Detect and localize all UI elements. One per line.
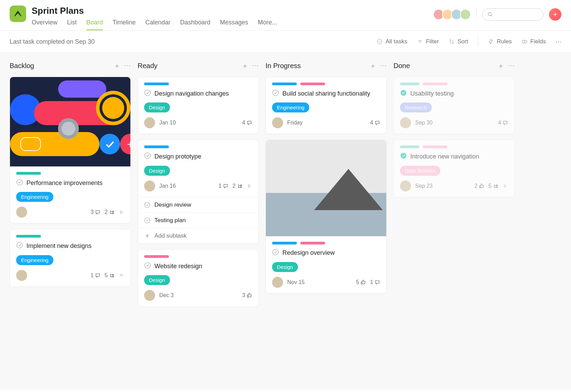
divider — [478, 37, 478, 46]
column-backlog: Backlog＋⋯+Performance improvementsEngine… — [10, 61, 131, 382]
task-title: Build social sharing functionality — [282, 89, 370, 98]
column-menu[interactable]: ⋯ — [508, 61, 515, 70]
svg-point-4 — [377, 39, 382, 44]
tag-design[interactable]: Design — [144, 275, 170, 285]
filter-button[interactable]: Filter — [417, 38, 439, 45]
subtask-row[interactable]: Testing plan — [138, 213, 258, 228]
tag-design[interactable]: Design — [272, 262, 298, 272]
task-card[interactable]: Usability testingResearchSep 304 — [394, 77, 515, 134]
complete-checkbox[interactable] — [272, 249, 279, 255]
column-menu[interactable]: ⋯ — [252, 61, 259, 70]
status-pill — [423, 145, 448, 148]
complete-checkbox[interactable] — [144, 89, 151, 96]
svg-point-13 — [17, 242, 23, 248]
tab-more[interactable]: More... — [258, 17, 277, 30]
stat-comment[interactable]: 1 — [90, 272, 100, 279]
stat-caret[interactable] — [119, 273, 124, 278]
tab-overview[interactable]: Overview — [32, 17, 57, 30]
subtask-row[interactable]: Design review — [138, 197, 258, 213]
project-members[interactable] — [435, 9, 471, 20]
tag-research light[interactable]: Research — [400, 102, 432, 112]
complete-checkbox[interactable] — [272, 89, 279, 96]
tag-datascience[interactable]: Data Science — [400, 166, 440, 176]
tag-engineering[interactable]: Engineering — [16, 192, 53, 202]
assignee-avatar[interactable] — [400, 181, 411, 192]
assignee-avatar[interactable] — [16, 207, 27, 218]
assignee-avatar[interactable] — [400, 117, 411, 128]
stat-like[interactable]: 5 — [356, 279, 366, 285]
add-subtask-button[interactable]: Add subtask — [138, 228, 258, 243]
avatar[interactable] — [460, 9, 471, 20]
search-input[interactable] — [482, 8, 543, 21]
tag-design[interactable]: Design — [144, 102, 170, 112]
stat-comment[interactable]: 1 — [218, 183, 228, 189]
rules-button[interactable]: Rules — [488, 38, 511, 45]
svg-point-16 — [145, 90, 151, 96]
stat-like[interactable]: 2 — [474, 183, 484, 189]
tab-dashboard[interactable]: Dashboard — [180, 17, 210, 30]
due-date: Sep 30 — [415, 120, 433, 126]
assignee-avatar[interactable] — [16, 270, 27, 281]
all-tasks-filter[interactable]: All tasks — [377, 38, 407, 45]
column-menu[interactable]: ⋯ — [380, 61, 387, 70]
tab-timeline[interactable]: Timeline — [112, 17, 136, 30]
project-logo[interactable] — [10, 6, 26, 22]
stat-subtask[interactable]: 5 — [488, 183, 498, 189]
complete-checkbox[interactable] — [400, 152, 407, 159]
task-card[interactable]: Website redesignDesignDec 33 — [138, 249, 259, 307]
card-cover — [266, 140, 386, 236]
complete-checkbox[interactable] — [16, 242, 23, 249]
stat-like[interactable]: 3 — [242, 292, 252, 298]
add-card-button[interactable]: ＋ — [241, 61, 248, 70]
task-card[interactable]: Redesign overviewDesignNov 1551 — [266, 140, 387, 293]
complete-checkbox[interactable] — [144, 262, 151, 269]
tag-engineering[interactable]: Engineering — [16, 255, 53, 265]
svg-point-24 — [145, 262, 151, 268]
divider — [476, 10, 477, 19]
stat-play[interactable] — [503, 183, 508, 189]
stat-subtask[interactable]: 2 — [105, 209, 115, 215]
stat-comment[interactable]: 3 — [90, 209, 100, 215]
tag-engineering[interactable]: Engineering — [272, 102, 309, 112]
svg-point-20 — [145, 202, 150, 207]
sort-button[interactable]: Sort — [449, 38, 468, 45]
assignee-avatar[interactable] — [144, 290, 155, 301]
column-menu[interactable]: ⋯ — [124, 61, 131, 70]
complete-checkbox[interactable] — [400, 89, 407, 96]
due-date: Nov 15 — [287, 279, 305, 285]
tab-board[interactable]: Board — [86, 17, 103, 30]
tab-calendar[interactable]: Calendar — [145, 17, 170, 30]
stat-comment[interactable]: 1 — [370, 279, 380, 285]
stat-comment[interactable]: 4 — [498, 120, 508, 126]
task-card[interactable]: Design navigation changesDesignJan 104 — [138, 77, 259, 134]
complete-checkbox[interactable] — [144, 152, 151, 159]
complete-checkbox[interactable] — [16, 179, 23, 186]
status-pill — [300, 83, 325, 85]
global-add-button[interactable] — [549, 8, 561, 21]
stat-play[interactable] — [119, 209, 124, 215]
more-menu[interactable]: ⋯ — [556, 38, 561, 45]
tag-design[interactable]: Design — [144, 166, 170, 176]
stat-subtask[interactable]: 2 — [233, 183, 243, 189]
assignee-avatar[interactable] — [144, 117, 155, 128]
task-card[interactable]: Design prototypeDesignJan 1612Design rev… — [138, 140, 259, 243]
task-card[interactable]: +Performance improvementsEngineering32 — [10, 77, 131, 224]
stat-play[interactable] — [247, 183, 252, 189]
stat-comment[interactable]: 4 — [242, 120, 252, 126]
tab-list[interactable]: List — [67, 17, 77, 30]
assignee-avatar[interactable] — [272, 277, 283, 288]
fields-button[interactable]: Fields — [521, 38, 546, 45]
tab-messages[interactable]: Messages — [220, 17, 248, 30]
task-card[interactable]: Implement new designsEngineering15 — [10, 229, 131, 286]
assignee-avatar[interactable] — [144, 181, 155, 192]
add-card-button[interactable]: ＋ — [497, 61, 504, 70]
add-card-button[interactable]: ＋ — [369, 61, 376, 70]
card-pills — [16, 235, 124, 238]
task-card[interactable]: Build social sharing functionalityEngine… — [266, 77, 387, 134]
stat-comment[interactable]: 4 — [370, 120, 380, 126]
task-card[interactable]: Introduce new navigationData ScienceSep … — [394, 140, 515, 197]
add-card-button[interactable]: ＋ — [114, 61, 120, 70]
stat-subtask[interactable]: 5 — [105, 272, 115, 279]
task-title: Design prototype — [154, 152, 201, 161]
assignee-avatar[interactable] — [272, 117, 283, 128]
